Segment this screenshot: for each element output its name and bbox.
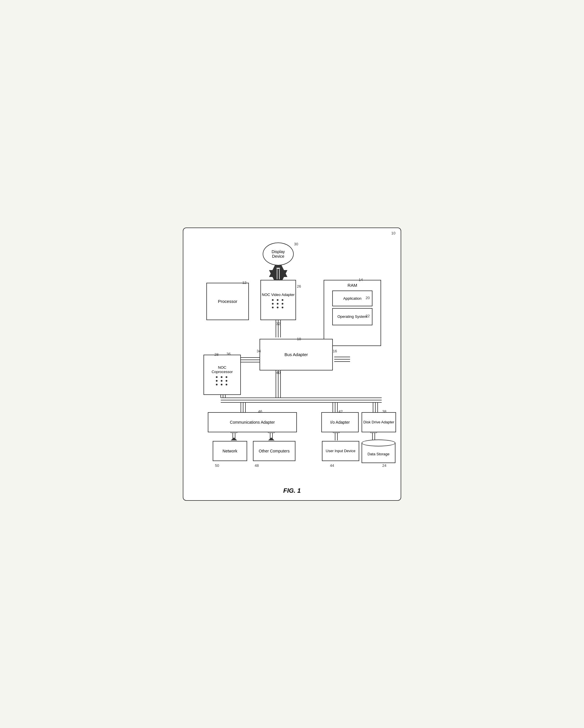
ref-20: 20 bbox=[366, 296, 370, 300]
disk-drive-adapter-label: Disk Drive Adapter bbox=[363, 420, 394, 424]
other-computers-box: Other Computers bbox=[253, 441, 296, 461]
processor-label: Processor bbox=[218, 299, 238, 304]
io-adapter-box: I/o Adapter bbox=[321, 412, 359, 432]
bus-adapter-box: Bus Adapter bbox=[259, 339, 333, 370]
noc-video-adapter-label: NOC Video Adapter bbox=[261, 291, 295, 298]
communications-adapter-label: Communications Adapter bbox=[230, 420, 275, 424]
ref-40: 40 bbox=[276, 370, 280, 375]
svg-marker-47 bbox=[268, 438, 275, 440]
data-storage-container: Data Storage bbox=[362, 440, 396, 464]
ref-38: 38 bbox=[382, 409, 386, 414]
bus-adapter-label: Bus Adapter bbox=[284, 352, 308, 357]
io-adapter-label: I/o Adapter bbox=[330, 420, 350, 424]
ref-50: 50 bbox=[215, 463, 219, 468]
other-computers-label: Other Computers bbox=[259, 449, 289, 453]
network-box: Network bbox=[213, 441, 247, 461]
diagram-area: Display Device 30 NOC Video Adapter 26 3… bbox=[189, 234, 395, 484]
user-input-device-box: User Input Device bbox=[322, 441, 359, 461]
noc-video-adapter-box: NOC Video Adapter bbox=[260, 280, 296, 320]
display-device-label: Display Device bbox=[272, 250, 285, 259]
page: 10 bbox=[183, 228, 401, 501]
ref-46: 46 bbox=[258, 409, 262, 414]
ref-12: 12 bbox=[242, 281, 246, 285]
noc-coprocessor-box: NOC Coprocessor bbox=[203, 355, 241, 395]
ref-18: 18 bbox=[297, 337, 301, 341]
ref-48: 48 bbox=[255, 463, 259, 468]
ref-24: 24 bbox=[382, 463, 386, 468]
ref-16: 16 bbox=[333, 349, 337, 353]
ref-34: 34 bbox=[257, 349, 261, 353]
display-device-box: Display Device bbox=[263, 242, 294, 265]
ref-30: 30 bbox=[294, 242, 298, 246]
disk-drive-adapter-box: Disk Drive Adapter bbox=[362, 412, 396, 432]
application-label: Application bbox=[343, 296, 362, 301]
fig-title: FIG. 1 bbox=[189, 487, 395, 494]
network-label: Network bbox=[222, 449, 237, 453]
operating-system-label: Operating System bbox=[337, 314, 367, 319]
ref-32: 32 bbox=[276, 321, 280, 326]
ram-label: RAM bbox=[347, 283, 357, 288]
data-storage-label: Data Storage bbox=[368, 449, 390, 456]
svg-marker-6 bbox=[276, 265, 280, 269]
noc-coprocessor-label: NOC Coprocessor bbox=[211, 364, 233, 375]
ref-22: 22 bbox=[366, 314, 370, 318]
svg-marker-42 bbox=[231, 438, 237, 440]
user-input-device-label: User Input Device bbox=[326, 449, 355, 453]
ref-26: 26 bbox=[297, 284, 301, 288]
ref-28: 28 bbox=[214, 353, 218, 357]
ref-14: 14 bbox=[359, 278, 363, 282]
ref-44: 44 bbox=[330, 463, 334, 468]
ram-box: RAM Application Operating System bbox=[324, 280, 381, 346]
communications-adapter-box: Communications Adapter bbox=[208, 412, 297, 432]
processor-box: Processor bbox=[206, 283, 249, 320]
ref-42: 42 bbox=[339, 409, 342, 414]
